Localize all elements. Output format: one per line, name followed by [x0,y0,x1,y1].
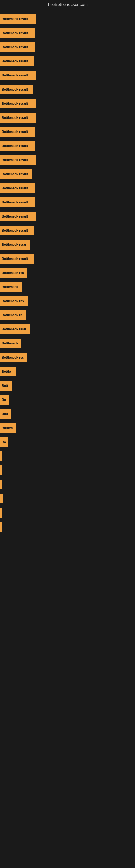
bar-row: Bottleneck result [0,12,135,26]
bar-label: Bottleneck result [2,215,28,218]
bottleneck-bar: Bottleneck re [0,310,26,320]
bottleneck-bar: Bottleneck result [0,183,35,193]
bar-row: Bottleneck result [0,54,135,68]
bar-label: Bottleneck result [2,200,28,204]
bar-label: Bottleneck res [2,355,24,360]
bar-row: Bottleneck re [0,308,135,322]
bar-row: Bottlen [0,421,135,435]
bottleneck-bar: Bottleneck result [0,141,35,151]
bar-label: Bottleneck result [2,116,28,120]
bottleneck-bar: Bottlen [0,423,16,433]
bottleneck-bar: Bottleneck resu [0,240,30,250]
bar-label: Bottleneck [2,341,18,345]
bar-row [0,463,135,477]
bar-row: Bottleneck result [0,40,135,54]
bar-row: Bottleneck result [0,111,135,125]
bottleneck-bar: Bottleneck res [0,352,27,362]
bottleneck-bar: Bottleneck result [0,56,34,66]
bar-label: Bottleneck result [2,172,28,176]
site-title: TheBottlenecker.com [0,0,135,9]
bottleneck-bar [0,508,2,518]
bar-label: Bottleneck result [2,229,28,232]
bottleneck-bar: Bottleneck result [0,254,34,264]
bottleneck-bar: Bottleneck result [0,155,36,165]
bottleneck-bar [0,479,2,489]
bottleneck-bar: Bott [0,409,11,419]
bottleneck-bar: Bottleneck result [0,169,32,179]
bar-row: Bottleneck [0,280,135,294]
bar-row [0,520,135,534]
bar-row: Bottleneck resu [0,238,135,252]
bar-label: Bottleneck result [2,158,28,162]
bar-label: Bottleneck result [2,257,28,261]
bottleneck-bar: Bottleneck result [0,99,36,108]
bar-row: Bo [0,435,135,449]
bottleneck-bar: Bottleneck result [0,85,33,94]
bar-label: Bottleneck result [2,31,28,35]
bottleneck-bar: Bottleneck result [0,127,35,137]
bar-row: Bottleneck res [0,266,135,280]
bar-row: Bottleneck result [0,167,135,181]
bar-label: Bo [2,398,6,402]
bar-label: Bottleneck result [2,88,28,91]
bottleneck-bar: Bottleneck result [0,14,37,24]
bar-label: Bottleneck result [2,186,28,190]
bar-label: Bottleneck result [2,45,28,49]
bottleneck-bar [0,522,2,532]
bar-row: Bottleneck result [0,223,135,238]
bar-label: Bottleneck result [2,102,28,105]
bar-row: Bottleneck result [0,97,135,111]
bottleneck-bar: Bottleneck result [0,113,37,123]
bar-label: Bottleneck result [2,130,28,134]
bar-label: Bott [2,384,8,388]
bottleneck-bar: Bottleneck result [0,212,36,221]
bar-label: Bott [2,412,8,416]
bottleneck-bar: Bottleneck result [0,226,34,236]
bar-label: Bottleneck [2,285,18,289]
bar-label: Bottleneck re [2,313,22,317]
bottleneck-bar: Bottleneck [0,282,21,292]
bar-row: Bottle [0,365,135,379]
bar-row: Bottleneck res [0,350,135,365]
bottleneck-bar: Bottleneck result [0,28,35,38]
bar-row: Bottleneck result [0,83,135,97]
bottleneck-bar: Bottle [0,367,16,376]
bar-label: Bottleneck result [2,59,28,63]
bar-label: Bottleneck result [2,144,28,148]
bar-label: Bottle [2,370,11,373]
bar-row: Bottleneck res [0,294,135,308]
bottleneck-bar: Bottleneck result [0,42,35,52]
bar-row: Bottleneck [0,336,135,350]
bottleneck-bar: Bottleneck result [0,197,35,207]
bar-label: Bottleneck result [2,73,28,77]
bar-row: Bottleneck result [0,252,135,266]
bar-row: Bo [0,393,135,407]
bars-container: Bottleneck resultBottleneck resultBottle… [0,9,135,536]
bar-label: Bo [2,440,6,444]
bottleneck-bar [0,465,2,475]
bar-row: Bott [0,379,135,393]
bar-row: Bottleneck result [0,26,135,40]
bar-row: Bottleneck result [0,68,135,83]
bottleneck-bar: Bottleneck res [0,268,27,278]
bar-row: Bottleneck result [0,153,135,167]
bar-label: Bottlen [2,426,13,430]
bottleneck-bar: Bottleneck resu [0,324,30,334]
bar-row [0,492,135,506]
bar-row [0,477,135,492]
bar-row: Bottleneck result [0,139,135,153]
bar-row: Bott [0,407,135,421]
bottleneck-bar: Bo [0,437,8,447]
bottleneck-bar: Bo [0,395,9,405]
bar-row: Bottleneck resu [0,322,135,336]
bottleneck-bar [0,452,2,461]
bottleneck-bar: Bottleneck res [0,296,28,306]
bar-label: Bottleneck resu [2,243,26,247]
bottleneck-bar: Bottleneck [0,339,21,348]
bottleneck-bar: Bottleneck result [0,70,37,80]
bar-row: Bottleneck result [0,181,135,195]
bar-label: Bottleneck res [2,271,24,275]
bar-row: Bottleneck result [0,195,135,209]
bottleneck-bar [0,494,3,503]
bar-label: Bottleneck result [2,17,28,21]
